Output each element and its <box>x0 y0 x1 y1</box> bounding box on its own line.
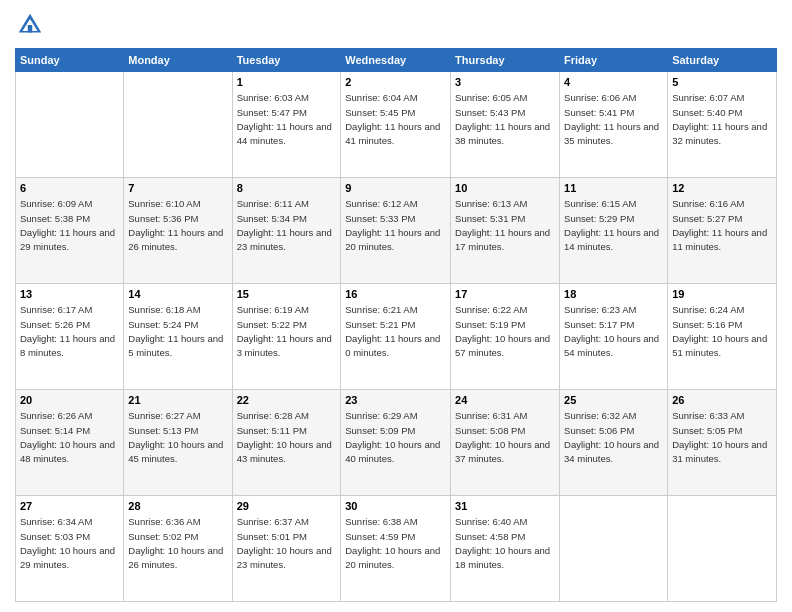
day-info: Sunrise: 6:26 AMSunset: 5:14 PMDaylight:… <box>20 410 115 464</box>
day-info: Sunrise: 6:12 AMSunset: 5:33 PMDaylight:… <box>345 198 440 252</box>
day-number: 18 <box>564 287 663 302</box>
calendar-cell: 27Sunrise: 6:34 AMSunset: 5:03 PMDayligh… <box>16 496 124 602</box>
day-info: Sunrise: 6:34 AMSunset: 5:03 PMDaylight:… <box>20 516 115 570</box>
day-number: 8 <box>237 181 337 196</box>
day-info: Sunrise: 6:33 AMSunset: 5:05 PMDaylight:… <box>672 410 767 464</box>
calendar-cell: 19Sunrise: 6:24 AMSunset: 5:16 PMDayligh… <box>668 284 777 390</box>
calendar-cell: 23Sunrise: 6:29 AMSunset: 5:09 PMDayligh… <box>341 390 451 496</box>
calendar-week-row: 6Sunrise: 6:09 AMSunset: 5:38 PMDaylight… <box>16 178 777 284</box>
day-number: 13 <box>20 287 119 302</box>
calendar-header-row: SundayMondayTuesdayWednesdayThursdayFrid… <box>16 49 777 72</box>
calendar-cell: 3Sunrise: 6:05 AMSunset: 5:43 PMDaylight… <box>451 72 560 178</box>
calendar-header-tuesday: Tuesday <box>232 49 341 72</box>
calendar-cell: 26Sunrise: 6:33 AMSunset: 5:05 PMDayligh… <box>668 390 777 496</box>
calendar-cell: 30Sunrise: 6:38 AMSunset: 4:59 PMDayligh… <box>341 496 451 602</box>
day-info: Sunrise: 6:22 AMSunset: 5:19 PMDaylight:… <box>455 304 550 358</box>
day-info: Sunrise: 6:29 AMSunset: 5:09 PMDaylight:… <box>345 410 440 464</box>
day-info: Sunrise: 6:19 AMSunset: 5:22 PMDaylight:… <box>237 304 332 358</box>
calendar-cell: 29Sunrise: 6:37 AMSunset: 5:01 PMDayligh… <box>232 496 341 602</box>
calendar-cell: 15Sunrise: 6:19 AMSunset: 5:22 PMDayligh… <box>232 284 341 390</box>
calendar-cell: 5Sunrise: 6:07 AMSunset: 5:40 PMDaylight… <box>668 72 777 178</box>
day-number: 17 <box>455 287 555 302</box>
day-info: Sunrise: 6:17 AMSunset: 5:26 PMDaylight:… <box>20 304 115 358</box>
calendar-cell <box>560 496 668 602</box>
calendar-header-thursday: Thursday <box>451 49 560 72</box>
day-number: 24 <box>455 393 555 408</box>
day-info: Sunrise: 6:05 AMSunset: 5:43 PMDaylight:… <box>455 92 550 146</box>
calendar-cell: 10Sunrise: 6:13 AMSunset: 5:31 PMDayligh… <box>451 178 560 284</box>
day-number: 19 <box>672 287 772 302</box>
day-info: Sunrise: 6:09 AMSunset: 5:38 PMDaylight:… <box>20 198 115 252</box>
day-number: 3 <box>455 75 555 90</box>
header <box>15 10 777 40</box>
calendar-header-saturday: Saturday <box>668 49 777 72</box>
day-info: Sunrise: 6:37 AMSunset: 5:01 PMDaylight:… <box>237 516 332 570</box>
calendar-week-row: 27Sunrise: 6:34 AMSunset: 5:03 PMDayligh… <box>16 496 777 602</box>
day-number: 1 <box>237 75 337 90</box>
day-info: Sunrise: 6:15 AMSunset: 5:29 PMDaylight:… <box>564 198 659 252</box>
day-number: 16 <box>345 287 446 302</box>
calendar-header-friday: Friday <box>560 49 668 72</box>
day-number: 28 <box>128 499 227 514</box>
day-info: Sunrise: 6:36 AMSunset: 5:02 PMDaylight:… <box>128 516 223 570</box>
day-info: Sunrise: 6:31 AMSunset: 5:08 PMDaylight:… <box>455 410 550 464</box>
calendar-week-row: 20Sunrise: 6:26 AMSunset: 5:14 PMDayligh… <box>16 390 777 496</box>
calendar-cell <box>124 72 232 178</box>
calendar-cell: 9Sunrise: 6:12 AMSunset: 5:33 PMDaylight… <box>341 178 451 284</box>
day-number: 6 <box>20 181 119 196</box>
calendar-cell: 12Sunrise: 6:16 AMSunset: 5:27 PMDayligh… <box>668 178 777 284</box>
day-number: 30 <box>345 499 446 514</box>
calendar-cell: 17Sunrise: 6:22 AMSunset: 5:19 PMDayligh… <box>451 284 560 390</box>
day-number: 10 <box>455 181 555 196</box>
logo-icon <box>15 10 45 40</box>
day-number: 29 <box>237 499 337 514</box>
calendar-header-monday: Monday <box>124 49 232 72</box>
day-number: 26 <box>672 393 772 408</box>
day-number: 25 <box>564 393 663 408</box>
day-number: 27 <box>20 499 119 514</box>
day-number: 31 <box>455 499 555 514</box>
day-number: 12 <box>672 181 772 196</box>
calendar-cell: 20Sunrise: 6:26 AMSunset: 5:14 PMDayligh… <box>16 390 124 496</box>
day-number: 2 <box>345 75 446 90</box>
calendar-cell: 21Sunrise: 6:27 AMSunset: 5:13 PMDayligh… <box>124 390 232 496</box>
page: SundayMondayTuesdayWednesdayThursdayFrid… <box>0 0 792 612</box>
day-info: Sunrise: 6:28 AMSunset: 5:11 PMDaylight:… <box>237 410 332 464</box>
day-info: Sunrise: 6:03 AMSunset: 5:47 PMDaylight:… <box>237 92 332 146</box>
calendar-cell: 28Sunrise: 6:36 AMSunset: 5:02 PMDayligh… <box>124 496 232 602</box>
day-number: 11 <box>564 181 663 196</box>
calendar-cell: 13Sunrise: 6:17 AMSunset: 5:26 PMDayligh… <box>16 284 124 390</box>
calendar-cell <box>668 496 777 602</box>
logo <box>15 10 47 40</box>
calendar-cell: 6Sunrise: 6:09 AMSunset: 5:38 PMDaylight… <box>16 178 124 284</box>
day-info: Sunrise: 6:40 AMSunset: 4:58 PMDaylight:… <box>455 516 550 570</box>
calendar-cell: 11Sunrise: 6:15 AMSunset: 5:29 PMDayligh… <box>560 178 668 284</box>
calendar-cell <box>16 72 124 178</box>
calendar-cell: 1Sunrise: 6:03 AMSunset: 5:47 PMDaylight… <box>232 72 341 178</box>
day-info: Sunrise: 6:13 AMSunset: 5:31 PMDaylight:… <box>455 198 550 252</box>
calendar-cell: 22Sunrise: 6:28 AMSunset: 5:11 PMDayligh… <box>232 390 341 496</box>
day-number: 23 <box>345 393 446 408</box>
day-number: 14 <box>128 287 227 302</box>
calendar-cell: 25Sunrise: 6:32 AMSunset: 5:06 PMDayligh… <box>560 390 668 496</box>
calendar-cell: 18Sunrise: 6:23 AMSunset: 5:17 PMDayligh… <box>560 284 668 390</box>
day-number: 4 <box>564 75 663 90</box>
day-info: Sunrise: 6:07 AMSunset: 5:40 PMDaylight:… <box>672 92 767 146</box>
calendar-header-sunday: Sunday <box>16 49 124 72</box>
calendar-cell: 31Sunrise: 6:40 AMSunset: 4:58 PMDayligh… <box>451 496 560 602</box>
calendar-cell: 2Sunrise: 6:04 AMSunset: 5:45 PMDaylight… <box>341 72 451 178</box>
day-number: 22 <box>237 393 337 408</box>
day-number: 20 <box>20 393 119 408</box>
day-info: Sunrise: 6:21 AMSunset: 5:21 PMDaylight:… <box>345 304 440 358</box>
day-number: 7 <box>128 181 227 196</box>
svg-rect-2 <box>28 25 33 33</box>
day-number: 9 <box>345 181 446 196</box>
calendar-week-row: 13Sunrise: 6:17 AMSunset: 5:26 PMDayligh… <box>16 284 777 390</box>
calendar-cell: 24Sunrise: 6:31 AMSunset: 5:08 PMDayligh… <box>451 390 560 496</box>
day-info: Sunrise: 6:23 AMSunset: 5:17 PMDaylight:… <box>564 304 659 358</box>
day-info: Sunrise: 6:06 AMSunset: 5:41 PMDaylight:… <box>564 92 659 146</box>
calendar-cell: 8Sunrise: 6:11 AMSunset: 5:34 PMDaylight… <box>232 178 341 284</box>
day-info: Sunrise: 6:27 AMSunset: 5:13 PMDaylight:… <box>128 410 223 464</box>
day-number: 21 <box>128 393 227 408</box>
calendar-table: SundayMondayTuesdayWednesdayThursdayFrid… <box>15 48 777 602</box>
